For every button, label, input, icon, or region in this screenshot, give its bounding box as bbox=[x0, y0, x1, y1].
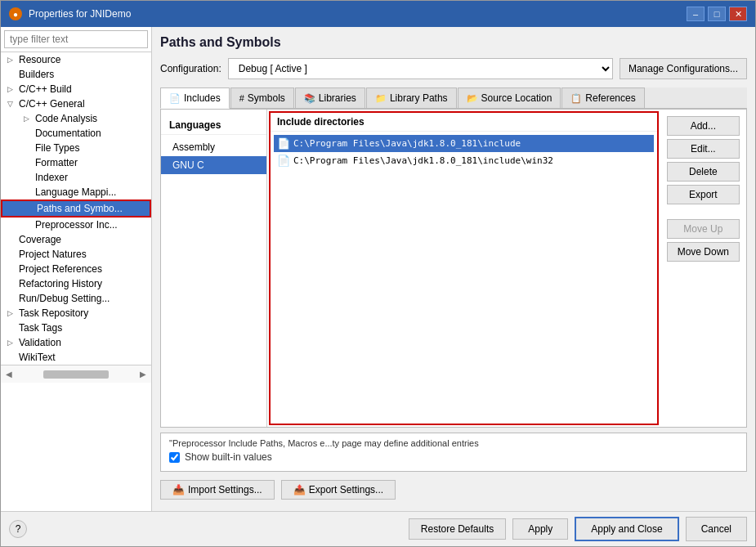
dialog-footer: ? Restore Defaults Apply Apply and Close… bbox=[1, 511, 755, 546]
import-settings-button[interactable]: 📥 Import Settings... bbox=[160, 480, 275, 500]
tab-label-includes: Includes bbox=[184, 92, 221, 104]
close-button[interactable]: ✕ bbox=[729, 7, 747, 21]
delete-button[interactable]: Delete bbox=[667, 162, 740, 182]
edit-button[interactable]: Edit... bbox=[667, 139, 740, 159]
manage-configurations-button[interactable]: Manage Configurations... bbox=[620, 58, 747, 79]
dir-item-dir2[interactable]: 📄C:\Program Files\Java\jdk1.8.0_181\incl… bbox=[274, 152, 654, 169]
tabs-bar: 📄Includes#Symbols📚Libraries📁Library Path… bbox=[160, 87, 747, 109]
sidebar-item-refactoring-history[interactable]: Refactoring History bbox=[1, 276, 151, 291]
sidebar-label-formatter: Formatter bbox=[35, 157, 78, 168]
sidebar-label-run-debug: Run/Debug Setting... bbox=[19, 293, 110, 304]
tab-label-library-paths: Library Paths bbox=[390, 92, 448, 104]
config-label: Configuration: bbox=[160, 63, 221, 74]
bottom-buttons: 📥 Import Settings... 📤 Export Settings..… bbox=[160, 477, 747, 503]
tree-arrow-validation: ▷ bbox=[7, 339, 16, 347]
sidebar-item-file-types[interactable]: File Types bbox=[1, 141, 151, 155]
tab-libraries[interactable]: 📚Libraries bbox=[295, 87, 365, 108]
scroll-thumb[interactable] bbox=[43, 370, 109, 379]
tab-source-location[interactable]: 📂Source Location bbox=[458, 87, 561, 108]
config-select[interactable]: Debug [ Active ] bbox=[228, 58, 613, 79]
cancel-button[interactable]: Cancel bbox=[686, 517, 747, 541]
sidebar-item-validation[interactable]: ▷Validation bbox=[1, 335, 151, 350]
sidebar-label-paths-symbols: Paths and Symbo... bbox=[37, 203, 123, 214]
dialog-title: Properties for JNIDemo bbox=[29, 8, 131, 20]
sidebar-label-language-mapping: Language Mappi... bbox=[35, 186, 116, 198]
info-section: "Preprocessor Include Paths, Macros e...… bbox=[160, 433, 747, 472]
apply-button[interactable]: Apply bbox=[512, 518, 568, 540]
tree-arrow-cpp-build: ▷ bbox=[7, 85, 16, 93]
move-down-button[interactable]: Move Down bbox=[667, 242, 740, 262]
sidebar-label-cpp-general: C/C++ General bbox=[19, 98, 85, 110]
sidebar-label-refactoring-history: Refactoring History bbox=[19, 278, 102, 289]
search-input[interactable] bbox=[4, 30, 148, 48]
tab-icon-library-paths: 📁 bbox=[375, 93, 387, 104]
action-buttons: Add... Edit... Delete Export Move Up Mov… bbox=[660, 110, 746, 427]
tab-icon-symbols: # bbox=[239, 93, 244, 103]
directory-list: 📄C:\Program Files\Java\jdk1.8.0_181\incl… bbox=[271, 132, 657, 424]
sidebar-item-indexer[interactable]: Indexer bbox=[1, 170, 151, 185]
tree-arrow-code-analysis: ▷ bbox=[24, 114, 32, 123]
sidebar-label-documentation: Documentation bbox=[35, 128, 101, 139]
export-settings-button[interactable]: 📤 Export Settings... bbox=[281, 480, 396, 500]
tab-references[interactable]: 📋References bbox=[561, 87, 644, 108]
sidebar-item-language-mapping[interactable]: Language Mappi... bbox=[1, 185, 151, 200]
sidebar-label-file-types: File Types bbox=[35, 142, 79, 154]
sidebar-item-task-repository[interactable]: ▷Task Repository bbox=[1, 306, 151, 321]
sidebar-item-wikitext[interactable]: WikiText bbox=[1, 350, 151, 365]
export-button[interactable]: Export bbox=[667, 185, 740, 204]
window-controls: – □ ✕ bbox=[687, 7, 747, 21]
sidebar-item-project-references[interactable]: Project References bbox=[1, 262, 151, 276]
apply-close-button[interactable]: Apply and Close bbox=[575, 517, 678, 541]
tab-label-libraries: Libraries bbox=[319, 92, 356, 104]
maximize-button[interactable]: □ bbox=[708, 7, 726, 21]
sidebar-item-code-analysis[interactable]: ▷Code Analysis bbox=[1, 111, 151, 126]
info-text: "Preprocessor Include Paths, Macros e...… bbox=[169, 438, 738, 448]
tab-symbols[interactable]: #Symbols bbox=[230, 87, 294, 108]
sidebar-label-builders: Builders bbox=[19, 69, 54, 80]
includes-panel: Include directories 📄C:\Program Files\Ja… bbox=[269, 111, 659, 425]
sidebar-item-project-natures[interactable]: Project Natures bbox=[1, 247, 151, 262]
tree-arrow-resource: ▷ bbox=[7, 56, 16, 64]
main-panel: Paths and Symbols Configuration: Debug [… bbox=[152, 27, 755, 511]
tree-arrow-task-repository: ▷ bbox=[7, 309, 16, 317]
languages-panel: Languages AssemblyGNU C bbox=[161, 110, 267, 427]
add-button[interactable]: Add... bbox=[667, 116, 740, 136]
sidebar-item-formatter[interactable]: Formatter bbox=[1, 155, 151, 170]
sidebar-item-documentation[interactable]: Documentation bbox=[1, 126, 151, 141]
show-builtin-checkbox[interactable] bbox=[169, 452, 180, 463]
tab-label-source-location: Source Location bbox=[481, 92, 552, 104]
minimize-button[interactable]: – bbox=[687, 7, 705, 21]
includes-header: Include directories bbox=[271, 113, 657, 132]
sidebar-item-run-debug[interactable]: Run/Debug Setting... bbox=[1, 291, 151, 306]
sidebar-item-paths-symbols[interactable]: Paths and Symbo... bbox=[1, 200, 151, 217]
sidebar-label-project-natures: Project Natures bbox=[19, 249, 87, 260]
sidebar-label-task-repository: Task Repository bbox=[19, 307, 88, 319]
lang-item-assembly[interactable]: Assembly bbox=[161, 138, 266, 156]
lang-item-gnu-c[interactable]: GNU C bbox=[161, 156, 266, 174]
sidebar-item-cpp-general[interactable]: ▽C/C++ General bbox=[1, 96, 151, 111]
sidebar-item-preprocessor[interactable]: Preprocessor Inc... bbox=[1, 217, 151, 232]
move-up-button[interactable]: Move Up bbox=[667, 219, 740, 239]
config-row: Configuration: Debug [ Active ] Manage C… bbox=[160, 58, 747, 79]
dir-icon-dir1: 📄 bbox=[277, 137, 290, 150]
sidebar-item-builders[interactable]: Builders bbox=[1, 67, 151, 82]
tree-arrow-cpp-general: ▽ bbox=[7, 100, 16, 108]
tab-includes[interactable]: 📄Includes bbox=[160, 87, 230, 109]
export-label: Export Settings... bbox=[309, 484, 383, 495]
tab-icon-includes: 📄 bbox=[169, 93, 181, 104]
sidebar-item-coverage[interactable]: Coverage bbox=[1, 232, 151, 247]
sidebar-item-cpp-build[interactable]: ▷C/C++ Build bbox=[1, 82, 151, 96]
help-button[interactable]: ? bbox=[9, 520, 27, 538]
restore-defaults-button[interactable]: Restore Defaults bbox=[409, 518, 506, 540]
sidebar-item-resource[interactable]: ▷Resource bbox=[1, 52, 151, 67]
languages-header: Languages bbox=[161, 116, 266, 135]
sidebar-item-task-tags[interactable]: Task Tags bbox=[1, 321, 151, 335]
tab-label-symbols: Symbols bbox=[248, 92, 285, 104]
tab-library-paths[interactable]: 📁Library Paths bbox=[366, 87, 457, 108]
sidebar-tree: ▷Resource Builders▷C/C++ Build▽C/C++ Gen… bbox=[1, 52, 151, 365]
sidebar-label-preprocessor: Preprocessor Inc... bbox=[35, 219, 118, 231]
sidebar-label-project-references: Project References bbox=[19, 263, 102, 275]
tab-label-references: References bbox=[585, 92, 635, 104]
dir-item-dir1[interactable]: 📄C:\Program Files\Java\jdk1.8.0_181\incl… bbox=[274, 135, 654, 152]
sidebar-label-validation: Validation bbox=[19, 337, 61, 348]
